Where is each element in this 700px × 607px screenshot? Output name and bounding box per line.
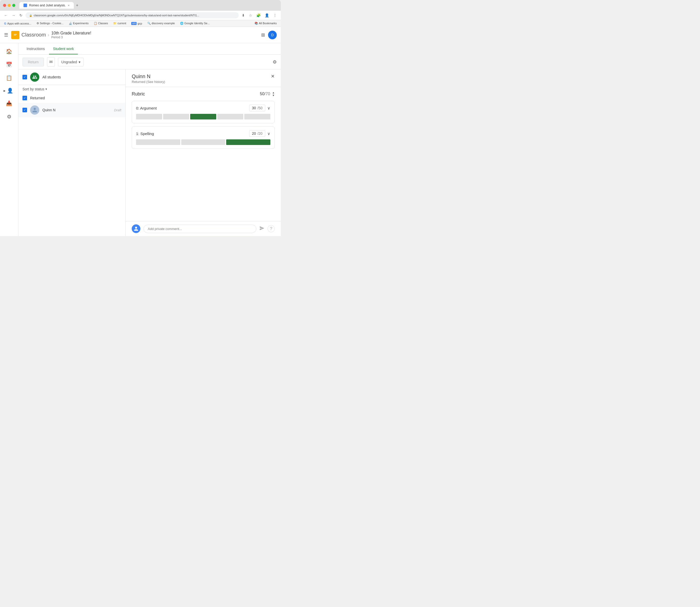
course-title[interactable]: 10th Grade Literature!	[51, 31, 91, 36]
user-avatar[interactable]: D	[268, 30, 277, 39]
bar-seg-4	[244, 114, 270, 120]
profile-button[interactable]: 👤	[264, 12, 270, 18]
tab-close-button[interactable]: ✕	[68, 4, 70, 7]
bookmark-all[interactable]: 📚 All Bookmarks	[253, 21, 278, 25]
returned-checkbox-check-icon: ✓	[23, 96, 26, 100]
sidebar-item-people[interactable]: 👤	[6, 86, 15, 95]
bookmark-google-identity[interactable]: 🌐 Google Identity Se...	[179, 21, 211, 25]
sidebar-item-home[interactable]: 🏠	[3, 45, 15, 58]
breadcrumb-separator: ›	[48, 33, 49, 37]
criterion-spelling-bar	[136, 139, 270, 145]
quinn-checkbox[interactable]: ✓	[22, 108, 27, 112]
sidebar-item-settings[interactable]: ⚙	[3, 110, 15, 123]
extensions-button[interactable]: 🧩	[255, 12, 262, 18]
forward-button[interactable]: →	[11, 12, 16, 18]
criterion-argument-score-area: 30/50 ∨	[249, 105, 270, 111]
menu-button[interactable]: ⋮	[272, 12, 278, 18]
grade-filter-label: Ungraded	[61, 60, 77, 64]
return-button[interactable]: Return	[22, 58, 44, 66]
bookmark-experiments[interactable]: 🔬 Experiments	[68, 21, 89, 25]
all-students-row[interactable]: ✓ All students	[18, 69, 125, 85]
comment-input[interactable]	[143, 225, 256, 233]
help-button[interactable]: ?	[268, 225, 275, 232]
send-comment-button[interactable]	[260, 226, 265, 232]
sort-dropdown-arrow-icon[interactable]: ▾	[45, 87, 47, 91]
sort-row: Sort by status ▾	[18, 85, 125, 93]
toolbar: Return ✉ Ungraded ▾ ⚙	[18, 55, 281, 69]
student-row-quinn[interactable]: ✓ Quinn N Draft	[18, 103, 125, 117]
rubric-score-stepper[interactable]: ▲ ▼	[272, 91, 275, 97]
grade-filter-dropdown[interactable]: Ungraded ▾	[58, 58, 84, 66]
app: ☰ Classroom › 10th Grade Literature! Per…	[0, 27, 281, 236]
app-name-label: Classroom	[21, 32, 46, 38]
stepper-down-icon[interactable]: ▼	[272, 94, 275, 97]
criterion-spelling-score: 20/20	[249, 130, 265, 137]
sort-by-label[interactable]: Sort by status	[22, 87, 44, 91]
tab-student-work[interactable]: Student work	[49, 43, 78, 55]
rubric-header: Rubric 50/70 ▲ ▼	[132, 91, 275, 97]
toolbar-settings-icon[interactable]: ⚙	[273, 59, 277, 65]
new-tab-button[interactable]: +	[74, 2, 80, 9]
download-button[interactable]: ⬇	[241, 12, 246, 18]
all-students-checkbox[interactable]: ✓	[22, 75, 27, 79]
classroom-logo-icon	[11, 31, 19, 39]
bookmarks-bar: G Apps with access... ⚙ Settings - Cooki…	[0, 20, 281, 27]
criterion-argument-name: 0: Argument	[136, 106, 157, 110]
bookmark-discovery[interactable]: 🔍 discovery example	[146, 21, 176, 25]
criterion-spelling-expand-icon[interactable]: ∨	[267, 131, 270, 136]
expand-arrow-icon: ▶	[4, 89, 6, 92]
sidebar-item-archive[interactable]: 📥	[3, 97, 15, 109]
close-traffic-light[interactable]	[3, 4, 6, 7]
active-tab[interactable]: Romeo and Juliet analysis. ✕	[19, 2, 74, 9]
maximize-traffic-light[interactable]	[12, 4, 15, 7]
bookmark-current[interactable]: 📁 current	[112, 21, 127, 25]
returned-checkbox[interactable]: ✓	[22, 96, 27, 100]
returned-section: ✓ Returned ✓	[18, 93, 125, 117]
header-right: ⊞ D	[261, 30, 277, 39]
criterion-argument-expand-icon[interactable]: ∨	[267, 106, 270, 110]
detail-close-button[interactable]: ✕	[271, 74, 275, 79]
lock-icon: 🔒	[29, 14, 32, 17]
checkbox-check-icon: ✓	[23, 75, 26, 79]
hamburger-menu[interactable]: ☰	[4, 32, 8, 38]
minimize-traffic-light[interactable]	[8, 4, 11, 7]
criterion-spelling-score-area: 20/20 ∨	[249, 130, 270, 137]
sidebar: 🏠 📅 📋 ▶ 👤 📥 ⚙	[0, 43, 18, 236]
bookmark-classes[interactable]: 📋 Classes	[93, 21, 109, 25]
rubric-title: Rubric	[132, 91, 145, 97]
sidebar-people-expand[interactable]: ▶ 👤	[3, 85, 16, 96]
bookmark-apps[interactable]: G Apps with access...	[3, 21, 33, 25]
quinn-checkbox-check-icon: ✓	[23, 108, 26, 112]
rubric-section: Rubric 50/70 ▲ ▼	[126, 87, 281, 221]
detail-header: Quinn N Returned (See history) ✕	[126, 69, 281, 87]
bookmark-settings[interactable]: ⚙ Settings - Cookie...	[36, 21, 65, 25]
google-apps-icon[interactable]: ⊞	[261, 32, 265, 38]
content-area: Instructions Student work Return ✉ Ungra…	[18, 43, 281, 236]
stepper-up-icon[interactable]: ▲	[272, 91, 275, 94]
student-detail-name: Quinn N	[132, 74, 165, 79]
app-header: ☰ Classroom › 10th Grade Literature! Per…	[0, 27, 281, 43]
criterion-spelling-name: 1: Spelling	[136, 131, 154, 136]
back-button[interactable]: ←	[3, 12, 9, 18]
tab-instructions[interactable]: Instructions	[22, 43, 49, 55]
quinn-name: Quinn N	[42, 108, 111, 112]
refresh-button[interactable]: ↻	[18, 12, 23, 18]
email-button[interactable]: ✉	[47, 57, 55, 67]
app-body: 🏠 📅 📋 ▶ 👤 📥 ⚙ Instructions S	[0, 43, 281, 236]
sidebar-item-calendar[interactable]: 📅	[3, 59, 15, 71]
all-students-label: All students	[42, 75, 61, 79]
sidebar-item-assignments[interactable]: 📋	[3, 72, 15, 84]
bar-seg-0	[136, 114, 162, 120]
bookmark-button[interactable]: ☆	[248, 12, 253, 18]
spelling-bar-seg-2-active[interactable]	[226, 139, 270, 145]
quinn-avatar	[30, 105, 39, 114]
rubric-score-total: /70	[265, 92, 270, 96]
svg-rect-1	[14, 34, 17, 35]
bookmark-gcp[interactable]: API gcp	[130, 21, 143, 25]
returned-status-label: Returned	[30, 96, 45, 100]
two-panel-layout: ✓ All students Sort by status	[18, 69, 281, 236]
url-bar[interactable]: 🔒 classroom.google.com/u/0/c/NjEyMDI4ODI…	[25, 12, 239, 18]
criterion-spelling-header: 1: Spelling 20/20 ∨	[136, 130, 270, 137]
student-list-panel: ✓ All students Sort by status	[18, 69, 126, 236]
bar-seg-2-active[interactable]	[190, 114, 216, 120]
